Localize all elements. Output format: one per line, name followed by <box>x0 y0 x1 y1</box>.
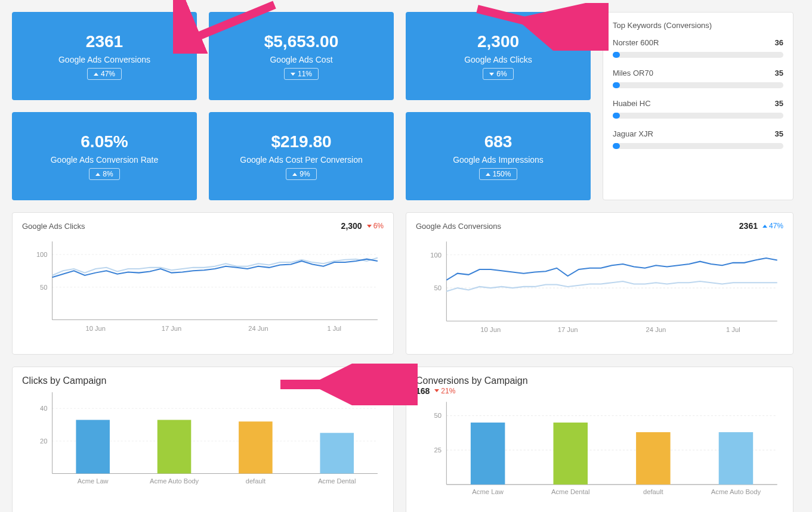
chart-clicks-over-time: Google Ads Clicks 2,300 6% 5010010 Jun17… <box>12 212 394 355</box>
svg-rect-31 <box>158 420 192 473</box>
metric-change-badge: 9% <box>286 168 316 180</box>
metric-label: Google Ads Conversion Rate <box>51 155 159 165</box>
keyword-name: Norster 600R <box>613 38 659 47</box>
progress-bar <box>613 113 783 119</box>
metric-label: Google Ads Impressions <box>453 155 544 165</box>
svg-text:10 Jun: 10 Jun <box>86 325 106 332</box>
metric-card-impressions[interactable]: 683 Google Ads Impressions 150% <box>406 112 591 200</box>
caret-down-icon <box>434 389 439 392</box>
keyword-value: 36 <box>775 38 783 47</box>
svg-rect-45 <box>553 423 587 485</box>
svg-text:20: 20 <box>40 437 47 445</box>
line-chart: 5010010 Jun17 Jun24 Jun1 Jul <box>416 235 783 346</box>
svg-text:Acme Auto Body: Acme Auto Body <box>150 477 199 484</box>
caret-up-icon <box>762 225 767 228</box>
svg-rect-29 <box>76 420 110 473</box>
metric-change-badge: 11% <box>284 68 319 80</box>
svg-text:1 Jul: 1 Jul <box>726 326 740 333</box>
trend-badge: 6% <box>367 222 384 230</box>
panel-title: Top Keywords (Conversions) <box>613 21 783 30</box>
svg-text:25: 25 <box>434 446 442 454</box>
svg-rect-43 <box>471 423 505 485</box>
metric-value: $219.80 <box>271 132 331 151</box>
chart-conversions-by-campaign: Conversions by Campaign 168 21% 2550Acme… <box>406 367 794 512</box>
svg-text:50: 50 <box>434 412 442 419</box>
trend-badge: 21% <box>434 387 455 395</box>
svg-text:Acme Dental: Acme Dental <box>318 477 356 484</box>
line-chart: 5010010 Jun17 Jun24 Jun1 Jul <box>22 235 384 344</box>
metric-label: Google Ads Cost Per Conversion <box>240 155 362 165</box>
progress-bar <box>613 52 783 58</box>
svg-text:100: 100 <box>430 252 441 259</box>
svg-rect-33 <box>239 421 273 473</box>
metric-card-cost[interactable]: $5,653.00 Google Ads Cost 11% <box>209 12 394 100</box>
caret-up-icon <box>292 173 297 176</box>
bar-chart: 2040Acme LawAcme Auto BodydefaultAcme De… <box>22 386 384 495</box>
metric-label: Google Ads Cost <box>270 55 332 64</box>
keyword-row[interactable]: Miles OR7035 <box>613 69 783 88</box>
chart-title: Google Ads Conversions <box>416 222 501 231</box>
chart-clicks-by-campaign: Clicks by Campaign 2040Acme LawAcme Auto… <box>12 367 394 512</box>
svg-text:40: 40 <box>40 405 47 412</box>
chart-total: 2,300 <box>341 221 362 231</box>
keyword-value: 35 <box>775 69 783 77</box>
keyword-row[interactable]: Huabei HC35 <box>613 99 783 119</box>
metric-card-clicks[interactable]: 2,300 Google Ads Clicks 6% <box>406 12 591 100</box>
svg-rect-49 <box>719 432 753 485</box>
trend-badge: 47% <box>762 222 783 230</box>
metric-change-badge: 150% <box>479 168 518 180</box>
svg-text:17 Jun: 17 Jun <box>162 325 181 332</box>
svg-text:24 Jun: 24 Jun <box>646 326 666 333</box>
caret-down-icon <box>367 225 372 228</box>
keyword-row[interactable]: Norster 600R36 <box>613 38 783 58</box>
metric-change-badge: 47% <box>87 68 122 80</box>
metric-value: 2,300 <box>477 32 519 51</box>
keyword-value: 35 <box>775 99 783 108</box>
metric-value: $5,653.00 <box>264 32 339 51</box>
caret-up-icon <box>95 173 100 176</box>
svg-text:50: 50 <box>434 284 442 291</box>
svg-text:1 Jul: 1 Jul <box>327 325 341 332</box>
metric-value: 2361 <box>86 32 123 51</box>
caret-down-icon <box>291 73 295 76</box>
svg-text:Acme Dental: Acme Dental <box>551 488 590 495</box>
caret-up-icon <box>486 173 490 176</box>
metric-card-cost-per-conversion[interactable]: $219.80 Google Ads Cost Per Conversion 9… <box>209 112 394 200</box>
metric-change-badge: 8% <box>89 168 119 180</box>
top-keywords-panel: Top Keywords (Conversions) Norster 600R3… <box>603 12 794 200</box>
svg-rect-35 <box>320 433 354 473</box>
chart-conversions-over-time: Google Ads Conversions 2361 47% 5010010 … <box>406 212 794 355</box>
svg-text:default: default <box>246 477 265 484</box>
metric-value: 683 <box>484 132 512 151</box>
svg-text:Acme Auto Body: Acme Auto Body <box>711 488 761 495</box>
keyword-name: Miles OR70 <box>613 69 653 77</box>
metric-label: Google Ads Conversions <box>58 55 150 64</box>
svg-rect-47 <box>636 432 670 485</box>
caret-down-icon <box>489 73 494 76</box>
chart-title: Google Ads Clicks <box>22 222 85 231</box>
progress-bar <box>613 82 783 88</box>
keyword-name: Jaguar XJR <box>613 129 653 138</box>
caret-up-icon <box>94 73 98 76</box>
svg-text:50: 50 <box>40 284 47 291</box>
chart-title: Clicks by Campaign <box>22 376 106 386</box>
metric-value: 6.05% <box>81 132 128 151</box>
svg-text:10 Jun: 10 Jun <box>480 326 501 333</box>
svg-text:17 Jun: 17 Jun <box>558 326 578 333</box>
metric-card-conversion-rate[interactable]: 6.05% Google Ads Conversion Rate 8% <box>12 112 197 200</box>
keyword-value: 35 <box>775 129 783 138</box>
svg-text:Acme Law: Acme Law <box>78 477 109 484</box>
bar-chart: 2550Acme LawAcme DentaldefaultAcme Auto … <box>416 396 783 506</box>
chart-total: 2361 <box>739 221 758 231</box>
svg-text:Acme Law: Acme Law <box>472 488 504 495</box>
metric-label: Google Ads Clicks <box>464 55 532 64</box>
keyword-name: Huabei HC <box>613 99 651 108</box>
svg-text:24 Jun: 24 Jun <box>248 325 268 332</box>
metric-card-conversions[interactable]: 2361 Google Ads Conversions 47% <box>12 12 197 100</box>
progress-bar <box>613 143 783 149</box>
svg-text:default: default <box>643 488 664 495</box>
chart-total: 168 <box>416 386 430 396</box>
keyword-row[interactable]: Jaguar XJR35 <box>613 129 783 149</box>
svg-text:100: 100 <box>36 251 48 258</box>
chart-title: Conversions by Campaign <box>416 376 528 386</box>
